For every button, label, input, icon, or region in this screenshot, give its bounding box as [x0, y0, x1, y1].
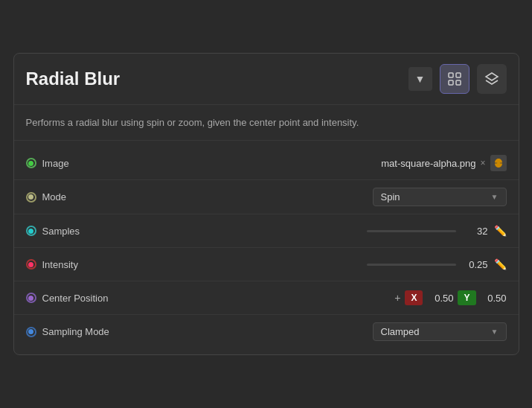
x-axis-value: 0.50 — [427, 293, 453, 304]
samples-edit-icon[interactable]: ✏️ — [494, 225, 507, 237]
divider-3 — [14, 247, 519, 248]
image-node-icon[interactable] — [490, 155, 507, 171]
intensity-indicator — [26, 259, 36, 270]
mode-select-value: Spin — [381, 191, 400, 203]
intensity-number-input: 0.25 ✏️ — [367, 258, 507, 270]
x-axis-label[interactable]: X — [405, 290, 423, 305]
divider-4 — [14, 281, 519, 281]
svg-rect-0 — [449, 73, 453, 77]
center-position-indicator — [26, 293, 36, 303]
panel-title: Radial Blur — [26, 68, 401, 89]
image-indicator — [26, 158, 36, 168]
image-label: Image — [42, 158, 132, 169]
sampling-mode-dropdown-arrow-icon: ▼ — [491, 328, 499, 336]
intensity-label: Intensity — [42, 259, 132, 270]
center-position-plus-button[interactable]: + — [394, 292, 400, 304]
intensity-indicator-dot — [28, 262, 33, 267]
sampling-mode-label: Sampling Mode — [42, 326, 132, 337]
mode-select[interactable]: Spin ▼ — [373, 188, 507, 206]
intensity-row: Intensity 0.25 ✏️ — [14, 249, 519, 279]
svg-rect-2 — [449, 80, 453, 85]
center-position-label: Center Position — [42, 293, 132, 304]
properties-list: Image mat-square-alpha.png × — [14, 141, 519, 354]
sampling-mode-indicator-dot — [28, 329, 33, 334]
divider-2 — [14, 214, 519, 214]
sampling-mode-value-container: Clamped ▼ — [138, 322, 507, 341]
node-connector-icon — [493, 157, 504, 169]
mode-indicator-dot — [28, 194, 33, 200]
svg-rect-3 — [456, 80, 461, 85]
radial-blur-panel: Radial Blur ▼ Performs a radial blur usi… — [13, 53, 519, 356]
dropdown-button[interactable]: ▼ — [408, 67, 432, 91]
divider-5 — [14, 314, 519, 315]
y-axis-label[interactable]: Y — [458, 290, 475, 305]
intensity-slider[interactable] — [367, 264, 456, 266]
samples-value: 32 — [462, 226, 488, 237]
image-value: mat-square-alpha.png × — [381, 155, 506, 171]
mode-indicator — [26, 192, 36, 203]
image-value-container: mat-square-alpha.png × — [138, 155, 507, 171]
image-row: Image mat-square-alpha.png × — [14, 148, 519, 178]
samples-label: Samples — [42, 226, 132, 237]
svg-rect-1 — [456, 73, 461, 77]
center-position-value-container: + X 0.50 Y 0.50 — [138, 290, 507, 305]
intensity-value: 0.25 — [462, 259, 488, 270]
mode-dropdown-arrow-icon: ▼ — [491, 193, 499, 201]
node-icon-button[interactable] — [440, 64, 469, 94]
sampling-mode-row: Sampling Mode Clamped ▼ — [14, 316, 519, 347]
samples-indicator-dot — [28, 229, 33, 234]
sampling-mode-select-value: Clamped — [381, 326, 420, 337]
panel-description: Performs a radial blur using spin or zoo… — [14, 105, 519, 141]
layers-icon-button[interactable] — [477, 64, 507, 94]
image-filename: mat-square-alpha.png — [381, 158, 475, 169]
image-close-button[interactable]: × — [480, 158, 485, 168]
dropdown-arrow-icon: ▼ — [415, 73, 426, 85]
center-position-controls: + X 0.50 Y 0.50 — [138, 290, 507, 305]
intensity-edit-icon[interactable]: ✏️ — [494, 258, 507, 270]
samples-number-input: 32 ✏️ — [367, 225, 507, 237]
samples-value-container: 32 ✏️ — [138, 225, 507, 237]
mode-row: Mode Spin ▼ — [14, 182, 519, 212]
samples-indicator — [26, 226, 36, 236]
sampling-mode-select[interactable]: Clamped ▼ — [373, 322, 507, 341]
sampling-mode-indicator — [26, 327, 36, 337]
mode-label: Mode — [42, 191, 132, 203]
mode-value-container: Spin ▼ — [138, 188, 507, 206]
layers-icon — [484, 71, 499, 86]
node-icon — [447, 71, 462, 86]
intensity-value-container: 0.25 ✏️ — [138, 258, 507, 270]
divider-1 — [14, 179, 519, 180]
center-position-indicator-dot — [28, 296, 33, 301]
image-indicator-dot — [28, 161, 33, 166]
panel-header: Radial Blur ▼ — [14, 54, 519, 105]
y-axis-value: 0.50 — [481, 293, 507, 304]
center-position-row: Center Position + X 0.50 Y 0.50 — [14, 283, 519, 313]
samples-row: Samples 32 ✏️ — [14, 216, 519, 246]
samples-slider[interactable] — [367, 230, 456, 232]
